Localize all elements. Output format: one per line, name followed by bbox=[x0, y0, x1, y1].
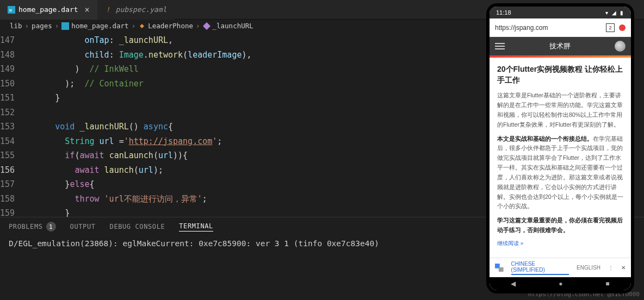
translate-bar: CHINESE (SIMPLIFIED) ENGLISH ⋮ ✕ bbox=[490, 258, 631, 277]
panel-tab-debug[interactable]: DEBUG CONSOLE bbox=[110, 223, 165, 230]
chevron-right-icon: › bbox=[132, 22, 136, 30]
article-content[interactable]: 20个Flutter实例视频教程 让你轻松上手工作 这篇文章是Flutter基础… bbox=[490, 58, 631, 258]
svg-text:≡: ≡ bbox=[9, 7, 12, 12]
yaml-file-icon: ! bbox=[105, 6, 113, 14]
article-paragraph: 本文是实战和基础的一个衔接总结。在学完基础后，很多小伙伴都急于上手一个实战项目，… bbox=[497, 134, 623, 212]
panel-tab-problems[interactable]: PROBLEMS 1 bbox=[9, 222, 56, 232]
chevron-right-icon: › bbox=[25, 22, 29, 30]
svg-rect-3 bbox=[61, 22, 69, 30]
breadcrumb-folder: pages bbox=[32, 22, 52, 30]
article-paragraph: 这篇文章是Flutter基础的一个进阶教程，主要讲解的是在工作中一些常用的功能。… bbox=[497, 91, 623, 129]
google-translate-icon[interactable] bbox=[495, 264, 504, 272]
tab-home-page-dart[interactable]: ≡ home_page.dart × bbox=[0, 0, 97, 20]
site-title: 技术胖 bbox=[505, 41, 615, 51]
phone-screen: 11:18 ▾ ◢ ▮ https://jspang.com 2 技术胖 20个… bbox=[490, 7, 631, 290]
site-app-bar: 技术胖 bbox=[490, 37, 631, 55]
more-icon[interactable]: ⋮ bbox=[608, 265, 614, 271]
phone-frame: 11:18 ▾ ◢ ▮ https://jspang.com 2 技术胖 20个… bbox=[486, 3, 634, 293]
method-icon bbox=[203, 22, 210, 30]
article-paragraph: 学习这篇文章最重要的是，你必须在看完视频后动手练习，否则很难学会。 bbox=[497, 216, 623, 235]
phone-status-bar: 11:18 ▾ ◢ ▮ bbox=[490, 7, 631, 18]
status-time: 11:18 bbox=[496, 9, 511, 16]
browser-url-bar[interactable]: https://jspang.com 2 bbox=[490, 18, 631, 37]
panel-tab-output[interactable]: OUTPUT bbox=[70, 223, 96, 230]
translate-lang-selected[interactable]: CHINESE (SIMPLIFIED) bbox=[511, 261, 569, 275]
record-icon[interactable] bbox=[619, 24, 626, 31]
menu-icon[interactable] bbox=[495, 43, 505, 49]
breadcrumb-class: LeaderPhone bbox=[148, 22, 193, 30]
read-more-link[interactable]: 继续阅读 » bbox=[497, 240, 623, 247]
breadcrumb-folder: lib bbox=[10, 22, 22, 30]
back-icon[interactable]: ◀ bbox=[511, 280, 516, 288]
svg-text:!: ! bbox=[106, 6, 109, 14]
home-icon[interactable]: ● bbox=[559, 280, 562, 288]
android-nav-bar: ◀ ● ■ bbox=[490, 277, 631, 290]
breadcrumb-file: home_page.dart bbox=[71, 22, 128, 30]
code-body[interactable]: onTap: _launchURL, child: Image.network(… bbox=[26, 32, 251, 217]
chevron-right-icon: › bbox=[55, 22, 59, 30]
status-icons: ▾ ◢ ▮ bbox=[605, 10, 624, 16]
tab-label: home_page.dart bbox=[18, 5, 78, 14]
problems-badge: 1 bbox=[46, 222, 56, 232]
class-icon bbox=[138, 22, 146, 30]
url-text: https://jspang.com bbox=[495, 24, 606, 32]
svg-rect-4 bbox=[203, 22, 210, 30]
breadcrumb-method: _launchURL bbox=[213, 22, 253, 30]
tab-label: pubspec.yaml bbox=[116, 5, 167, 14]
tab-pubspec-yaml[interactable]: ! pubspec.yaml bbox=[97, 0, 175, 20]
tab-count-icon[interactable]: 2 bbox=[606, 23, 615, 32]
dart-file-icon bbox=[61, 22, 69, 30]
recent-icon[interactable]: ■ bbox=[605, 280, 609, 288]
avatar[interactable] bbox=[615, 41, 626, 52]
chevron-right-icon: › bbox=[196, 22, 200, 30]
svg-rect-6 bbox=[499, 267, 504, 272]
line-gutter: 1471481491501511521531541551561571581591… bbox=[0, 32, 26, 217]
article-title: 20个Flutter实例视频教程 让你轻松上手工作 bbox=[497, 64, 623, 85]
dart-file-icon: ≡ bbox=[8, 6, 15, 14]
translate-lang-other[interactable]: ENGLISH bbox=[577, 265, 600, 271]
close-icon[interactable]: × bbox=[85, 5, 90, 15]
panel-tab-terminal[interactable]: TERMINAL bbox=[179, 222, 213, 232]
close-icon[interactable]: ✕ bbox=[621, 265, 626, 271]
